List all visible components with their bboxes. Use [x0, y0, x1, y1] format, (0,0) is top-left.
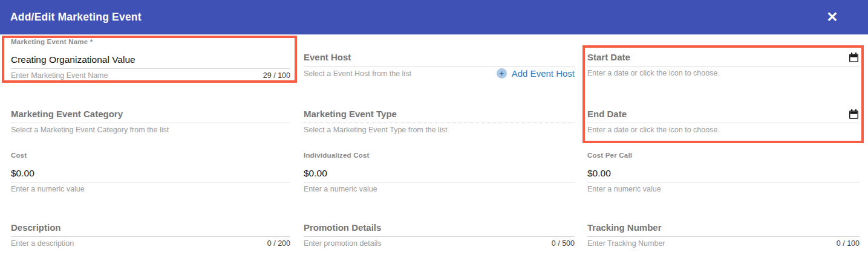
add-event-host-button[interactable]: + Add Event Host — [497, 68, 575, 79]
field-underline — [11, 236, 290, 237]
add-event-host-label: Add Event Host — [512, 68, 575, 79]
field-cost: Cost $0.00 Enter a numeric value — [11, 152, 290, 194]
field-label: Marketing Event Name * — [11, 38, 290, 46]
field-marketing-event-name: Marketing Event Name * Creating Organiza… — [11, 38, 290, 80]
field-underline — [304, 66, 575, 66]
individualized-cost-input[interactable]: $0.00 — [304, 167, 575, 179]
field-label: Description — [11, 222, 290, 233]
field-helper: Enter promotion details — [304, 239, 382, 248]
add-edit-marketing-event-modal: Add/Edit Marketing Event ✕ Marketing Eve… — [0, 0, 868, 267]
field-label: End Date — [587, 109, 860, 119]
field-underline — [587, 123, 860, 123]
field-label: Individualized Cost — [304, 152, 575, 159]
field-helper: Enter a date or click the icon to choose… — [587, 68, 720, 78]
field-event-host[interactable]: Event Host Select a Event Host from the … — [304, 52, 575, 79]
field-label: Cost — [11, 152, 290, 159]
field-underline — [587, 66, 860, 66]
field-cost-per-call: Cost Per Call $0.00 Enter a numeric valu… — [587, 152, 860, 194]
field-helper: Select a Marketing Event Category from t… — [11, 125, 169, 135]
field-helper: Enter a numeric value — [587, 184, 661, 194]
calendar-icon[interactable] — [849, 109, 858, 119]
field-helper: Enter Tracking Number — [587, 239, 665, 248]
modal-title: Add/Edit Marketing Event — [10, 11, 142, 24]
plus-icon: + — [497, 68, 507, 79]
field-underline — [587, 182, 860, 182]
cost-input[interactable]: $0.00 — [11, 167, 290, 179]
field-helper: Select a Event Host from the list — [304, 69, 411, 79]
field-underline — [587, 236, 860, 237]
field-label: Marketing Event Type — [304, 109, 575, 119]
field-label: Event Host — [304, 52, 575, 62]
field-label: Marketing Event Category — [11, 109, 290, 119]
field-promotion-details[interactable]: Promotion Details Enter promotion detail… — [304, 222, 575, 248]
field-underline-dotted — [304, 123, 575, 123]
field-description[interactable]: Description Enter a description 0 / 200 — [11, 222, 290, 248]
field-start-date[interactable]: Start Date Enter a date or click the ico… — [587, 52, 860, 78]
modal-header: Add/Edit Marketing Event ✕ — [0, 0, 868, 34]
char-counter: 0 / 500 — [552, 239, 575, 248]
field-helper: Enter a numeric value — [11, 184, 85, 194]
field-underline — [11, 182, 290, 182]
marketing-event-name-input[interactable]: Creating Organizational Value — [11, 54, 290, 66]
close-icon: ✕ — [826, 9, 838, 25]
field-underline — [304, 182, 575, 182]
field-label: Start Date — [587, 52, 860, 62]
close-button[interactable]: ✕ — [822, 7, 843, 27]
calendar-icon[interactable] — [849, 53, 858, 62]
field-underline — [11, 68, 290, 69]
field-helper: Enter a numeric value — [304, 184, 377, 194]
field-underline — [304, 236, 575, 237]
field-end-date[interactable]: End Date Enter a date or click the icon … — [587, 109, 860, 135]
field-label: Tracking Number — [587, 222, 860, 233]
field-helper: Enter a description — [11, 239, 74, 248]
field-tracking-number[interactable]: Tracking Number Enter Tracking Number 0 … — [587, 222, 860, 248]
field-marketing-event-type[interactable]: Marketing Event Type Select a Marketing … — [304, 109, 575, 135]
field-label: Promotion Details — [304, 222, 575, 233]
char-counter: 0 / 200 — [267, 239, 290, 248]
char-counter: 0 / 100 — [837, 239, 860, 248]
field-label: Cost Per Call — [587, 152, 860, 159]
cost-per-call-input[interactable]: $0.00 — [587, 167, 860, 179]
field-underline — [11, 123, 290, 123]
field-marketing-event-category[interactable]: Marketing Event Category Select a Market… — [11, 109, 290, 135]
char-counter: 29 / 100 — [263, 71, 290, 80]
field-individualized-cost: Individualized Cost $0.00 Enter a numeri… — [304, 152, 575, 194]
field-helper: Enter Marketing Event Name — [11, 71, 108, 80]
field-helper: Select a Marketing Event Type from the l… — [304, 125, 447, 135]
field-helper: Enter a date or click the icon to choose… — [587, 125, 720, 135]
